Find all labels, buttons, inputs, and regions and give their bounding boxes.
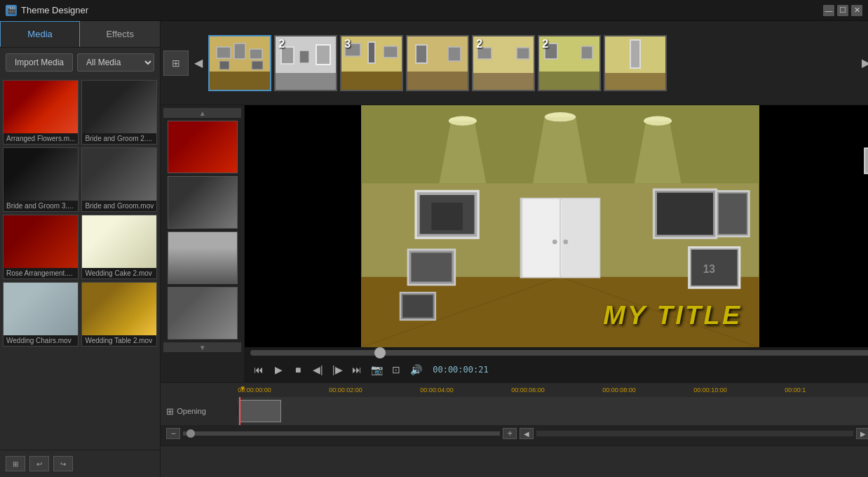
preview-area: 13 [245, 105, 868, 382]
go-to-end-button[interactable]: ⏭ [348, 361, 365, 378]
svg-rect-8 [276, 73, 336, 90]
track-label: ⊞ Opening [161, 406, 238, 417]
redo-button[interactable]: ↪ [53, 456, 73, 471]
bottom-buttons: OK Cancel [161, 445, 868, 477]
media-item-label: Bride and Groom.mov [82, 201, 156, 211]
list-item[interactable] [168, 231, 238, 284]
ruler-mark: 00:00:10:00 [693, 387, 785, 394]
step-back-button[interactable]: ◀| [309, 361, 326, 378]
timeline-clip[interactable] [239, 400, 281, 422]
svg-text:MY TITLE: MY TITLE [603, 300, 742, 330]
theme-number: 2 [542, 38, 548, 51]
preview-frame: 13 [245, 105, 868, 347]
media-grid: Arranged Flowers.m... Bride and Groom 2.… [3, 80, 157, 347]
timeline-ruler: 00:00:00:00 00:00:02:00 00:00:04:00 00:0… [161, 383, 868, 397]
timeline-track: ⊞ Opening [161, 397, 868, 425]
media-item-label: Wedding Cake 2.mov [82, 268, 156, 278]
list-item[interactable]: Bride and Groom.mov [81, 147, 157, 212]
svg-rect-49 [402, 295, 433, 317]
theme-thumb-item[interactable] [208, 35, 271, 91]
media-filter-select[interactable]: All Media [77, 53, 154, 72]
step-forward-button[interactable]: |▶ [329, 361, 346, 378]
list-item[interactable] [168, 287, 238, 340]
theme-thumb-item[interactable] [604, 35, 667, 91]
tab-media[interactable]: Media [0, 21, 80, 47]
progress-bar[interactable] [250, 350, 868, 356]
playhead [239, 397, 240, 425]
media-controls: Import Media All Media [0, 48, 160, 77]
window-controls: — ☐ ✕ [823, 5, 862, 16]
progress-thumb[interactable] [374, 347, 386, 358]
maximize-button[interactable]: ☐ [837, 5, 848, 16]
track-name: Opening [177, 407, 206, 415]
storyboard-view-button[interactable]: ⊞ [6, 456, 25, 471]
fullscreen-button[interactable]: ⊡ [388, 361, 405, 378]
svg-rect-57 [719, 194, 747, 234]
svg-rect-26 [539, 72, 599, 90]
tab-effects[interactable]: Effects [80, 21, 160, 47]
list-item[interactable]: Bride and Groom 2.... [81, 80, 157, 145]
stop-button[interactable]: ■ [290, 361, 306, 378]
svg-rect-45 [432, 203, 463, 230]
timeline-cursor[interactable] [242, 383, 243, 397]
svg-rect-13 [341, 72, 402, 90]
zoom-thumb [187, 429, 195, 438]
theme-thumb-item[interactable]: 3 [340, 35, 403, 91]
media-thumbnail [4, 283, 78, 335]
close-button[interactable]: ✕ [851, 5, 862, 16]
list-item[interactable]: Bride and Groom 3.... [3, 147, 79, 212]
theme-thumb-preview [210, 36, 270, 90]
svg-rect-2 [217, 47, 231, 58]
list-item[interactable]: Wedding Table 2.mov [81, 282, 157, 347]
svg-rect-52 [657, 193, 713, 235]
theme-thumb-item[interactable]: 2 [538, 35, 601, 91]
timeline-zoom: − + ◀ ▶ [161, 425, 868, 442]
minimize-button[interactable]: — [823, 5, 834, 16]
zoom-out-button[interactable]: − [166, 428, 180, 439]
svg-rect-15 [368, 42, 375, 63]
scroll-right-button[interactable]: ▶ [856, 428, 868, 439]
snapshot-button[interactable]: 📷 [368, 361, 385, 378]
list-item[interactable]: Rose Arrangement.... [3, 215, 79, 279]
add-clip-button[interactable]: ⊞ [163, 51, 189, 76]
undo-button[interactable]: ↩ [29, 456, 49, 471]
media-thumbnail [4, 148, 78, 201]
import-media-button[interactable]: Import Media [6, 53, 73, 72]
play-button[interactable]: ▶ [270, 361, 287, 378]
list-item[interactable]: Wedding Cake 2.mov [81, 215, 157, 279]
list-item[interactable] [168, 121, 238, 173]
theme-strip-next[interactable]: ▶ [859, 53, 868, 72]
svg-rect-31 [630, 40, 640, 68]
svg-rect-30 [605, 73, 665, 90]
zoom-in-button[interactable]: + [503, 428, 517, 439]
scroll-left-button[interactable]: ◀ [520, 428, 534, 439]
ruler-marks: 00:00:00:00 00:00:02:00 00:00:04:00 00:0… [238, 387, 868, 394]
clip-strip-scroll-up[interactable]: ▲ [163, 108, 241, 118]
svg-rect-10 [299, 51, 309, 63]
ruler-mark: 00:00:04:00 [420, 387, 511, 394]
ruler-mark: 00:00:08:00 [602, 387, 693, 394]
clip-strip-scroll-down[interactable]: ▼ [163, 342, 241, 352]
theme-strip-prev[interactable]: ◀ [191, 53, 205, 72]
go-to-start-button[interactable]: ⏮ [250, 361, 267, 378]
progress-bar-row [245, 347, 868, 358]
svg-rect-11 [316, 45, 330, 65]
list-item[interactable] [168, 176, 238, 229]
theme-strip: ⊞ ◀ [161, 21, 868, 105]
list-item[interactable]: Arranged Flowers.m... [3, 80, 79, 145]
zoom-slider[interactable] [183, 431, 500, 436]
center-column: ⊞ ◀ [161, 21, 868, 445]
theme-thumb-item[interactable]: 2 [274, 35, 337, 91]
app-icon: 🎬 [6, 5, 17, 16]
media-item-label: Bride and Groom 2.... [82, 133, 156, 144]
track-content[interactable] [238, 397, 868, 425]
list-item[interactable]: Wedding Chairs.mov [3, 282, 79, 347]
theme-thumb-item[interactable] [406, 35, 469, 91]
svg-rect-5 [219, 61, 229, 69]
theme-thumb-item[interactable]: 2 [472, 35, 535, 91]
preview-room-svg: 13 [245, 105, 868, 347]
svg-rect-3 [234, 43, 245, 59]
audio-button[interactable]: 🔊 [407, 361, 424, 378]
media-thumbnail [4, 215, 78, 268]
ruler-mark: 00:00:1 [785, 387, 868, 394]
